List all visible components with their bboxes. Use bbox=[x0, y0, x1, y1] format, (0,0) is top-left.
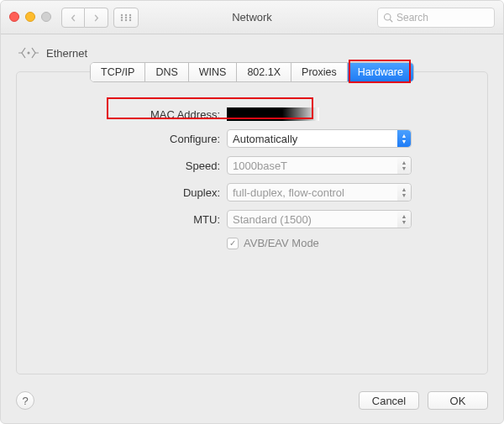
ok-button[interactable]: OK bbox=[428, 391, 488, 410]
chevron-updown-icon: ▲▼ bbox=[397, 157, 411, 174]
svg-point-4 bbox=[125, 17, 127, 18]
speed-label: Speed: bbox=[32, 160, 227, 172]
svg-point-8 bbox=[129, 19, 131, 21]
svg-point-2 bbox=[129, 14, 131, 16]
svg-point-0 bbox=[121, 14, 123, 16]
tabs: TCP/IP DNS WINS 802.1X Proxies Hardware bbox=[17, 62, 487, 82]
duplex-value: full-duplex, flow-control bbox=[233, 186, 344, 199]
mac-redacted bbox=[227, 107, 319, 121]
cancel-label: Cancel bbox=[372, 395, 406, 407]
svg-point-7 bbox=[125, 19, 127, 21]
avb-label: AVB/EAV Mode bbox=[244, 237, 319, 249]
svg-point-6 bbox=[121, 19, 123, 21]
tab-tcpip[interactable]: TCP/IP bbox=[91, 63, 145, 81]
configure-label: Configure: bbox=[32, 133, 227, 145]
duplex-label: Duplex: bbox=[32, 186, 227, 199]
configure-select[interactable]: Automatically ▲▼ bbox=[227, 129, 412, 148]
row-configure: Configure: Automatically ▲▼ bbox=[32, 129, 472, 148]
tab-proxies[interactable]: Proxies bbox=[291, 63, 348, 81]
speed-select[interactable]: 1000baseT ▲▼ bbox=[227, 156, 412, 175]
row-avb: ✓ AVB/EAV Mode bbox=[32, 237, 472, 249]
back-button[interactable] bbox=[61, 8, 85, 28]
svg-point-1 bbox=[125, 14, 127, 16]
network-prefs-window: Network Search Ethernet TCP/IP DNS WINS … bbox=[0, 0, 504, 424]
breadcrumb-label: Ethernet bbox=[46, 47, 87, 60]
svg-line-10 bbox=[390, 19, 392, 22]
settings-panel: TCP/IP DNS WINS 802.1X Proxies Hardware … bbox=[16, 71, 488, 374]
mtu-value: Standard (1500) bbox=[233, 213, 312, 226]
svg-point-11 bbox=[28, 52, 30, 55]
tab-wins[interactable]: WINS bbox=[189, 63, 238, 81]
ok-label: OK bbox=[450, 395, 466, 407]
row-duplex: Duplex: full-duplex, flow-control ▲▼ bbox=[32, 183, 472, 202]
help-label: ? bbox=[22, 395, 28, 407]
nav-buttons bbox=[61, 8, 108, 28]
mtu-label: MTU: bbox=[32, 213, 227, 226]
search-placeholder: Search bbox=[396, 12, 428, 24]
mtu-select[interactable]: Standard (1500) ▲▼ bbox=[227, 210, 412, 228]
minimize-button[interactable] bbox=[25, 12, 35, 22]
chevron-updown-icon: ▲▼ bbox=[397, 211, 411, 228]
titlebar: Network Search bbox=[1, 1, 503, 34]
footer: ? Cancel OK bbox=[1, 385, 503, 423]
ethernet-icon bbox=[16, 43, 41, 63]
configure-value: Automatically bbox=[233, 133, 297, 145]
svg-point-3 bbox=[121, 17, 123, 18]
tab-hardware[interactable]: Hardware bbox=[348, 63, 413, 81]
avb-checkbox[interactable]: ✓ bbox=[227, 238, 239, 249]
zoom-button[interactable] bbox=[41, 12, 51, 22]
forward-button[interactable] bbox=[85, 8, 108, 28]
search-icon bbox=[383, 13, 393, 23]
hardware-form: MAC Address: Configure: Automatically ▲▼… bbox=[17, 107, 487, 249]
close-button[interactable] bbox=[9, 12, 19, 22]
tab-8021x[interactable]: 802.1X bbox=[237, 63, 291, 81]
tab-dns[interactable]: DNS bbox=[145, 63, 188, 81]
svg-point-9 bbox=[385, 14, 391, 21]
row-mac: MAC Address: bbox=[32, 107, 472, 121]
mac-label: MAC Address: bbox=[32, 108, 227, 121]
traffic-lights bbox=[9, 12, 51, 22]
cancel-button[interactable]: Cancel bbox=[359, 391, 419, 410]
speed-value: 1000baseT bbox=[233, 160, 287, 172]
chevron-updown-icon: ▲▼ bbox=[397, 130, 411, 147]
duplex-select[interactable]: full-duplex, flow-control ▲▼ bbox=[227, 183, 412, 202]
show-all-button[interactable] bbox=[113, 8, 139, 28]
search-input[interactable]: Search bbox=[377, 8, 495, 28]
row-mtu: MTU: Standard (1500) ▲▼ bbox=[32, 210, 472, 228]
tabs-inner: TCP/IP DNS WINS 802.1X Proxies Hardware bbox=[90, 62, 414, 82]
help-button[interactable]: ? bbox=[16, 391, 34, 410]
svg-point-5 bbox=[129, 17, 131, 18]
chevron-updown-icon: ▲▼ bbox=[397, 184, 411, 201]
mac-value bbox=[227, 107, 472, 121]
row-speed: Speed: 1000baseT ▲▼ bbox=[32, 156, 472, 175]
